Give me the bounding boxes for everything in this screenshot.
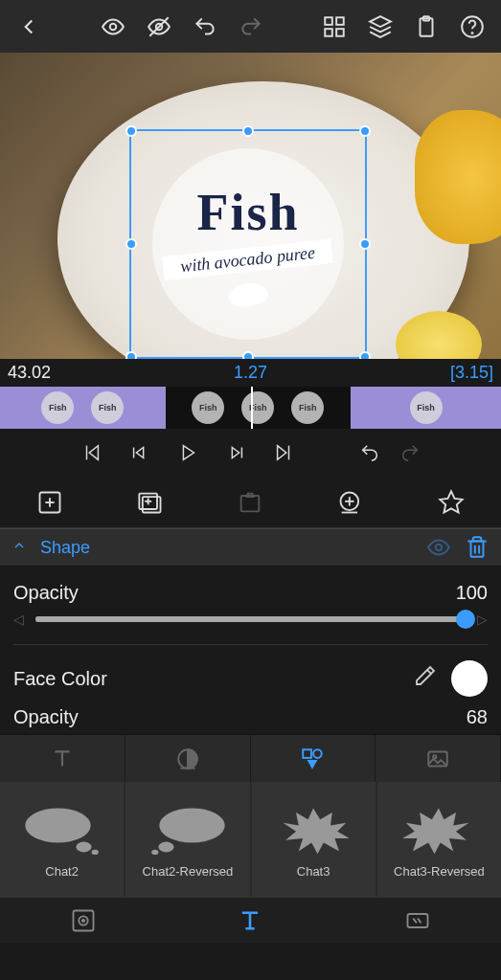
divider — [13, 644, 488, 645]
clip-segment[interactable]: Fish — [351, 387, 501, 429]
skip-end-button[interactable] — [269, 438, 298, 467]
skip-start-button[interactable] — [78, 438, 106, 467]
zoom-add-button[interactable] — [332, 484, 369, 521]
layers-icon[interactable] — [359, 6, 401, 48]
shape-chat2-reversed[interactable]: Chat2-Reversed — [125, 782, 249, 897]
delete-icon[interactable] — [465, 535, 490, 560]
svg-marker-19 — [277, 446, 285, 460]
resize-handle[interactable] — [242, 351, 254, 359]
timeline-track[interactable]: Fish Fish Fish Fish Fish Fish — [0, 387, 501, 429]
tab-image[interactable] — [376, 735, 501, 782]
playback-controls — [0, 429, 501, 477]
nav-ticket-icon[interactable] — [404, 907, 431, 934]
resize-handle[interactable] — [359, 238, 371, 250]
add-button[interactable] — [32, 484, 68, 521]
svg-marker-16 — [183, 446, 194, 460]
grid-icon[interactable] — [313, 6, 355, 48]
visibility-icon[interactable] — [426, 535, 451, 560]
redo-button[interactable] — [230, 6, 272, 48]
svg-point-50 — [151, 849, 158, 854]
svg-point-34 — [436, 545, 443, 551]
opacity-value: 100 — [456, 582, 488, 604]
clip-thumb: Fish — [291, 391, 324, 424]
slider-knob[interactable] — [456, 610, 475, 629]
time-display: 43.02 1.27 [3.15] — [0, 359, 501, 387]
svg-rect-56 — [407, 914, 427, 927]
undo-button[interactable] — [184, 6, 226, 48]
preview-hidden-icon[interactable] — [138, 6, 180, 48]
properties-panel: Opacity 100 ◁ ▷ Face Color Opacity 68 — [0, 567, 501, 728]
face-opacity-label: Opacity — [13, 706, 79, 728]
preview-visible-icon[interactable] — [92, 6, 134, 48]
overlay-subtitle-strip: with avocado puree — [163, 238, 334, 279]
svg-rect-40 — [304, 749, 312, 758]
title-overlay: Fish with avocado puree — [152, 148, 344, 340]
svg-point-46 — [76, 841, 91, 852]
clip-thumb: Fish — [241, 391, 274, 424]
back-button[interactable] — [8, 6, 50, 48]
playhead[interactable] — [251, 387, 253, 429]
video-preview[interactable]: Fish with avocado puree — [0, 53, 501, 359]
resize-handle[interactable] — [125, 238, 137, 250]
opacity-label: Opacity — [13, 582, 79, 604]
svg-point-45 — [25, 808, 90, 842]
tool-row — [0, 477, 501, 528]
nav-target-icon[interactable] — [70, 907, 97, 934]
clip-thumb: Fish — [192, 391, 224, 424]
svg-point-55 — [82, 919, 84, 921]
resize-handle[interactable] — [125, 125, 137, 137]
add-layer-button[interactable] — [132, 484, 169, 521]
face-opacity-value: 68 — [467, 706, 488, 728]
svg-point-48 — [159, 808, 224, 842]
edit-button[interactable] — [232, 484, 268, 521]
opacity-slider[interactable] — [35, 616, 466, 622]
tab-shapes[interactable] — [251, 735, 376, 782]
svg-point-0 — [109, 23, 116, 30]
clip-thumb: Fish — [41, 391, 74, 424]
shape-chat2[interactable]: Chat2 — [0, 782, 124, 897]
shape-label: Chat2-Reversed — [143, 864, 234, 879]
tab-text[interactable] — [0, 735, 125, 782]
selection-bounding-box[interactable]: Fish with avocado puree — [129, 129, 367, 359]
slider-decrement[interactable]: ◁ — [13, 612, 24, 627]
svg-marker-42 — [307, 760, 318, 769]
play-button[interactable] — [173, 438, 202, 467]
resize-handle[interactable] — [242, 125, 254, 137]
history-undo-button[interactable] — [355, 438, 384, 467]
slider-increment[interactable]: ▷ — [477, 612, 488, 627]
shape-label: Chat3 — [297, 864, 330, 879]
svg-marker-17 — [232, 448, 239, 458]
svg-point-11 — [471, 32, 472, 33]
frame-forward-button[interactable] — [221, 438, 250, 467]
collapse-icon[interactable] — [11, 538, 27, 557]
help-icon[interactable] — [451, 6, 493, 48]
shape-chat3[interactable]: Chat3 — [252, 782, 376, 897]
shape-picker: Chat2 Chat2-Reversed Chat3 Chat3-Reverse… — [0, 782, 501, 897]
resize-handle[interactable] — [359, 125, 371, 137]
clipboard-icon[interactable] — [405, 6, 447, 48]
clip-segment-selected[interactable]: Fish Fish Fish — [166, 387, 352, 429]
svg-marker-33 — [440, 491, 462, 512]
shape-chat3-reversed[interactable]: Chat3-Reversed — [377, 782, 501, 897]
history-redo-button[interactable] — [396, 438, 424, 467]
svg-rect-3 — [325, 17, 332, 25]
svg-marker-14 — [136, 448, 143, 458]
clip-segment[interactable]: Fish Fish — [0, 387, 166, 429]
svg-rect-28 — [241, 496, 260, 511]
time-current: 43.02 — [8, 363, 51, 383]
color-swatch[interactable] — [451, 660, 488, 697]
svg-marker-52 — [403, 808, 469, 854]
eyedropper-icon[interactable] — [413, 665, 436, 692]
resize-handle[interactable] — [359, 351, 371, 359]
pepper-graphic — [415, 110, 501, 244]
section-header[interactable]: Shape — [0, 528, 501, 567]
favorite-button[interactable] — [433, 484, 469, 521]
frame-back-button[interactable] — [125, 438, 154, 467]
resize-handle[interactable] — [125, 351, 137, 359]
tab-contrast[interactable] — [125, 735, 251, 782]
overlay-title: Fish — [196, 183, 299, 242]
svg-point-41 — [313, 749, 322, 758]
svg-marker-7 — [370, 16, 391, 27]
nav-text-icon[interactable] — [237, 907, 263, 934]
section-title: Shape — [40, 538, 413, 558]
